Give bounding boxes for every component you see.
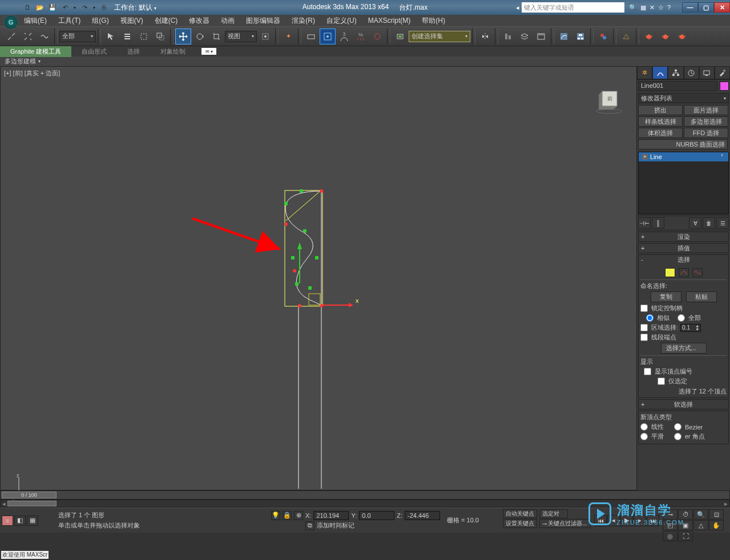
render-icon[interactable]: 🫖 <box>658 29 673 44</box>
sel-lock-icon[interactable]: ▦ <box>27 516 38 526</box>
btn-ffd-select[interactable]: FFD 选择 <box>684 128 728 138</box>
make-unique-icon[interactable]: ∀ <box>689 217 701 229</box>
menu-rendering[interactable]: 渲染(R) <box>288 16 318 26</box>
expand-icon[interactable]: + <box>642 154 648 160</box>
unlink-icon[interactable] <box>20 29 36 44</box>
help-icon[interactable]: ? <box>667 4 671 11</box>
pan-icon[interactable]: ✋ <box>709 520 724 530</box>
bind-spacewarp-icon[interactable] <box>37 29 53 44</box>
maximize-button[interactable]: ▢ <box>698 2 714 13</box>
lock-handles-checkbox[interactable] <box>640 305 648 312</box>
app-menu-button[interactable]: G <box>3 15 18 30</box>
rollout-render-header[interactable]: +渲染 <box>639 232 728 241</box>
viewport[interactable]: [+] [前] [真实 + 边面] 前 <box>0 66 637 490</box>
selection-filter-dropdown[interactable]: 全部▾ <box>59 31 96 42</box>
smooth-radio[interactable] <box>640 433 648 440</box>
spline-subobj-icon[interactable] <box>692 268 703 277</box>
ribbon-tab-paint[interactable]: 对象绘制 <box>150 46 196 57</box>
menu-tools[interactable]: 工具(T) <box>55 16 84 26</box>
rendered-frame-icon[interactable]: 🫖 <box>641 29 657 44</box>
create-tab-icon[interactable]: ✲ <box>637 66 652 79</box>
all-radio[interactable] <box>677 314 685 322</box>
btn-nurbs-select[interactable]: NURBS 曲面选择 <box>638 139 728 149</box>
modifier-list-dropdown[interactable]: 修改器列表▾ <box>638 93 729 103</box>
menu-animation[interactable]: 动画 <box>217 16 238 26</box>
menu-modifiers[interactable]: 修改器 <box>185 16 213 26</box>
menu-edit[interactable]: 编辑(E) <box>21 16 50 26</box>
menu-group[interactable]: 组(G) <box>88 16 112 26</box>
select-by-name-icon[interactable] <box>119 29 135 44</box>
signin-icon[interactable]: ▦ <box>640 4 646 11</box>
select-manipulate-icon[interactable]: ✦ <box>280 29 296 44</box>
redo-dropdown-icon[interactable]: ▾ <box>91 2 97 13</box>
select-object-icon[interactable] <box>103 29 119 44</box>
maxscript-listener-icon[interactable]: ≡ <box>2 516 13 526</box>
show-end-result-icon[interactable]: ║ <box>652 217 664 229</box>
btn-spline-select[interactable]: 样条线选择 <box>638 116 683 127</box>
angle-snap-icon[interactable]: 3 <box>336 29 352 44</box>
infocenter-arrow-icon[interactable]: ◂ <box>516 4 519 11</box>
rollout-softsel-header[interactable]: +软选择 <box>639 400 728 409</box>
time-slider-track[interactable]: 0 / 100 <box>0 490 730 500</box>
track-bar-thumb[interactable] <box>7 501 57 506</box>
configure-sets-icon[interactable]: ☰ <box>716 217 729 229</box>
menu-graph[interactable]: 图形编辑器 <box>243 16 284 26</box>
material-editor-icon[interactable] <box>595 29 611 44</box>
select-scale-icon[interactable] <box>208 29 224 44</box>
stack-item-line[interactable]: + Line <box>639 152 728 161</box>
segment-subobj-icon[interactable] <box>679 268 689 277</box>
edit-named-selset-icon[interactable] <box>392 29 408 44</box>
rect-region-icon[interactable] <box>136 29 152 44</box>
keyfilter-button[interactable]: ⊸关键点过滤器... <box>539 519 591 528</box>
copy-sel-button[interactable]: 复制 <box>651 291 681 302</box>
linear-radio[interactable] <box>640 423 648 431</box>
btn-poly-select[interactable]: 多边形选择 <box>684 116 728 127</box>
remove-modifier-icon[interactable]: 🗑 <box>703 217 715 229</box>
layer-manager-icon[interactable] <box>517 29 533 44</box>
minimize-button[interactable]: — <box>682 2 698 13</box>
vertex-subobj-icon[interactable]: ⸪ <box>665 268 675 277</box>
select-move-icon[interactable] <box>175 29 191 44</box>
z-coord-field[interactable]: -24.446 <box>405 511 440 520</box>
selected-dropdown[interactable]: 选定对 <box>539 509 568 518</box>
lightbulb-icon[interactable]: 💡 <box>271 511 280 520</box>
isolate-icon[interactable]: ◧ <box>14 516 26 526</box>
render-setup-icon[interactable] <box>618 29 634 44</box>
mirror-icon[interactable] <box>477 29 493 44</box>
search-input[interactable]: 键入关键字或短语 <box>522 2 624 13</box>
close-button[interactable]: ✕ <box>714 2 730 13</box>
fov-icon[interactable]: △ <box>693 520 708 530</box>
align-icon[interactable] <box>500 29 516 44</box>
select-by-button[interactable]: 选择方式... <box>661 343 707 354</box>
display-tab-icon[interactable] <box>699 66 715 79</box>
orbit-icon[interactable]: ◎ <box>663 531 677 541</box>
named-selset-dropdown[interactable]: 创建选择集▾ <box>409 31 470 42</box>
menu-help[interactable]: 帮助(H) <box>418 16 449 26</box>
lock-selection-icon[interactable]: 🔒 <box>283 511 292 520</box>
zoom-all-icon[interactable]: ⊡ <box>709 509 724 520</box>
search-icon[interactable]: 🔍 <box>629 4 637 11</box>
ribbon-polymodel-label[interactable]: 多边形建模 <box>5 57 36 66</box>
spinner-snap-icon[interactable] <box>369 29 385 44</box>
utilities-tab-icon[interactable] <box>715 66 730 79</box>
menu-create[interactable]: 创建(C) <box>151 16 182 26</box>
time-slider[interactable]: 0 / 100 <box>2 492 57 498</box>
add-time-tag-icon[interactable]: ⧉ <box>305 521 314 530</box>
window-crossing-icon[interactable] <box>152 29 168 44</box>
modifier-stack[interactable]: + Line <box>638 152 729 214</box>
hierarchy-tab-icon[interactable] <box>668 66 683 79</box>
rollout-interp-header[interactable]: +插值 <box>639 244 728 253</box>
x-coord-field[interactable]: 210.194 <box>313 511 349 520</box>
object-name-field[interactable]: Line001 <box>638 81 717 91</box>
modify-tab-icon[interactable] <box>652 66 668 79</box>
snap-toggle-icon[interactable] <box>320 29 336 44</box>
ribbon-tab-graphite[interactable]: Graphite 建模工具 <box>0 46 71 57</box>
abs-rel-icon[interactable]: ⊕ <box>294 511 303 520</box>
new-file-icon[interactable]: 🗋 <box>22 2 33 13</box>
scroll-left-icon[interactable]: ◂ <box>1 500 7 508</box>
btn-extrude[interactable]: 挤出 <box>638 105 683 115</box>
use-pivot-icon[interactable] <box>257 29 273 44</box>
ribbon-expand-button[interactable]: ✉ ▾ <box>201 48 216 55</box>
autokey-button[interactable]: 自动关键点 <box>503 509 537 518</box>
maximize-vp-icon[interactable]: ⛶ <box>678 531 693 541</box>
